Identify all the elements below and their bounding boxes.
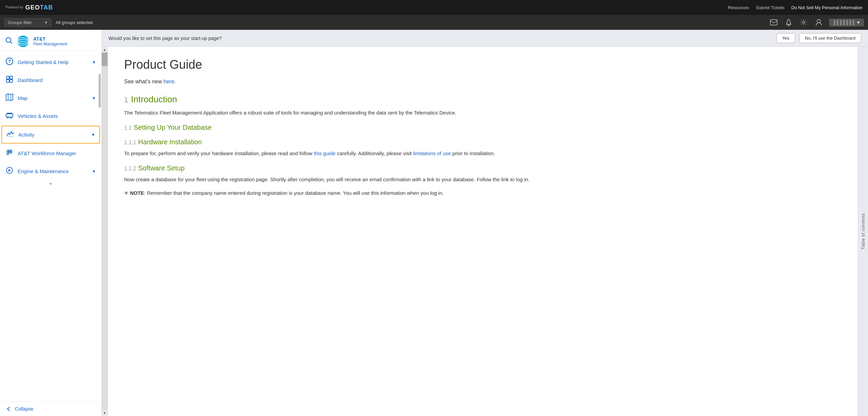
document-content: Product Guide See what's new here. 1 Int… <box>124 58 842 197</box>
section-1-1-2-num: 1.1.2 <box>124 166 136 172</box>
geo-text: GEO <box>25 4 40 11</box>
here-link[interactable]: here <box>163 79 174 84</box>
table-of-contents-panel[interactable]: Table of contents <box>858 47 868 416</box>
top-nav-links: Resources Submit Tickets Do Not Sell My … <box>728 5 863 10</box>
svg-point-1 <box>788 25 789 26</box>
engine-icon <box>5 166 14 176</box>
subtitle-period: . <box>174 79 176 84</box>
scroll-thumb[interactable] <box>102 53 107 66</box>
body-after: prior to installation. <box>451 150 495 156</box>
document-scroll-area[interactable]: Product Guide See what's new here. 1 Int… <box>108 47 858 416</box>
svg-point-3 <box>817 19 821 23</box>
section-1-1-1-body: To prepare for, perform and verify your … <box>124 149 842 158</box>
scroll-down-button[interactable]: ▼ <box>102 410 107 416</box>
sidebar-item-dashboard[interactable]: Dashboard <box>0 71 101 89</box>
startup-yes-button[interactable]: Yes <box>776 33 795 43</box>
svg-point-20 <box>11 117 12 118</box>
map-icon <box>5 93 14 103</box>
section-1-1-title: Setting Up Your Database <box>134 124 212 131</box>
user-dropdown-chevron-icon: ▼ <box>856 20 861 25</box>
sidebar-item-engine[interactable]: Engine & Maintenance ▼ <box>0 162 101 180</box>
content-area: Would you like to set this page as your … <box>102 30 868 416</box>
submit-tickets-link[interactable]: Submit Tickets <box>756 5 785 10</box>
svg-marker-15 <box>6 94 13 101</box>
section-1-1-1-heading: 1.1.1 Hardware Installation <box>124 138 842 146</box>
sidebar-item-vehicles[interactable]: Vehicles & Assets <box>0 107 101 125</box>
note-text: : Remember that the company name entered… <box>144 190 444 196</box>
toolbar-icons: ▐▐▐▐▐▐▐ ▼ <box>769 17 864 27</box>
company-logo <box>17 35 29 47</box>
notification-icon-button[interactable] <box>784 17 793 27</box>
section-1-title: Introduction <box>131 94 177 105</box>
sidebar-item-workforce[interactable]: AT&T Workforce Manager <box>0 144 101 162</box>
user-icon <box>815 19 822 26</box>
body-before: To prepare for, perform and verify your … <box>124 150 314 156</box>
this-guide-link[interactable]: this guide <box>314 150 335 156</box>
section-1-1-2-heading: 1.1.2 Software Setup <box>124 164 842 172</box>
dashboard-label: Dashboard <box>18 77 96 83</box>
sidebar-item-map[interactable]: Map ▼ <box>0 89 101 107</box>
doc-subtitle: See what's new here. <box>124 77 842 86</box>
getting-started-label: Getting Started & Help <box>18 59 88 65</box>
collapse-label: Collapse <box>15 406 33 412</box>
nav-items-list: ? Getting Started & Help ▼ Dashboard <box>0 50 101 401</box>
section-1-1-1-title: Hardware Installation <box>138 138 202 146</box>
section-1-1-num: 1.1 <box>124 125 132 131</box>
section-1-1-2-title: Software Setup <box>138 164 185 172</box>
groups-filter-bar: Groups filter ▼ All groups selected <box>0 15 868 30</box>
bell-icon <box>786 19 792 26</box>
collapse-icon <box>5 406 12 412</box>
doc-scrollbar[interactable]: ▲ ▼ <box>102 47 108 416</box>
getting-started-icon: ? <box>5 57 14 67</box>
map-label: Map <box>18 95 88 101</box>
vehicles-label: Vehicles & Assets <box>18 113 96 119</box>
dashboard-icon <box>5 75 14 85</box>
startup-page-bar: Would you like to set this page as your … <box>102 30 868 47</box>
collapse-button[interactable]: Collapse <box>0 401 101 416</box>
sidebar-item-getting-started[interactable]: ? Getting Started & Help ▼ <box>0 53 101 71</box>
section-1-body: The Telematics Fleet Management Applicat… <box>124 109 842 117</box>
activity-label: Activity <box>18 132 87 138</box>
section-1-1-1-num: 1.1.1 <box>124 140 136 146</box>
document-area: ▲ ▼ Product Guide See what's new here. 1 <box>102 47 868 416</box>
search-icon <box>5 37 13 44</box>
sidebar-item-activity[interactable]: Activity ▼ <box>1 126 100 144</box>
resources-link[interactable]: Resources <box>728 5 749 10</box>
svg-rect-21 <box>7 136 14 137</box>
workforce-label: AT&T Workforce Manager <box>18 150 96 156</box>
engine-label: Engine & Maintenance <box>18 168 88 174</box>
settings-icon-button[interactable] <box>798 17 809 27</box>
svg-text:?: ? <box>8 59 11 64</box>
mail-icon-button[interactable] <box>769 18 779 27</box>
sidebar-header: AT&T Fleet Management <box>0 30 101 50</box>
company-name: AT&T <box>33 36 67 42</box>
limitations-link[interactable]: limitations of use <box>413 150 451 156</box>
doc-title: Product Guide <box>124 58 842 72</box>
svg-rect-13 <box>6 80 9 82</box>
activity-chevron-icon: ▼ <box>91 132 95 137</box>
svg-rect-11 <box>6 76 9 79</box>
section-1-1-heading: 1.1 Setting Up Your Database <box>124 124 842 131</box>
section-1-1-2-body: Now create a database for your fleet usi… <box>124 175 842 184</box>
startup-no-button[interactable]: No, I'll use the Dashboard <box>799 33 861 43</box>
username-text: ▐▐▐▐▐▐▐ <box>832 20 854 25</box>
geotab-logo: GEOTAB <box>25 4 53 11</box>
do-not-sell-link[interactable]: Do Not Sell My Personal Information <box>791 5 863 10</box>
svg-point-2 <box>803 21 805 23</box>
user-icon-button[interactable] <box>814 17 824 27</box>
scroll-up-button[interactable]: ▲ <box>102 47 107 53</box>
sidebar-scrollbar[interactable] <box>99 74 101 108</box>
search-button[interactable] <box>5 37 13 46</box>
note-label: NOTE <box>130 190 144 196</box>
svg-point-19 <box>7 117 8 118</box>
scroll-track <box>102 53 107 410</box>
section-1-num: 1 <box>124 96 128 104</box>
company-info: AT&T Fleet Management <box>33 36 67 46</box>
note-block: ✳ NOTE: Remember that the company name e… <box>124 189 842 197</box>
top-navigation-bar: Powered by GEOTAB Resources Submit Ticke… <box>0 0 868 15</box>
groups-filter-button[interactable]: Groups filter ▼ <box>4 18 52 27</box>
user-dropdown[interactable]: ▐▐▐▐▐▐▐ ▼ <box>829 19 864 26</box>
vehicles-icon <box>5 111 14 121</box>
mail-icon <box>770 19 777 25</box>
sidebar: AT&T Fleet Management ? Getting Started … <box>0 30 102 416</box>
